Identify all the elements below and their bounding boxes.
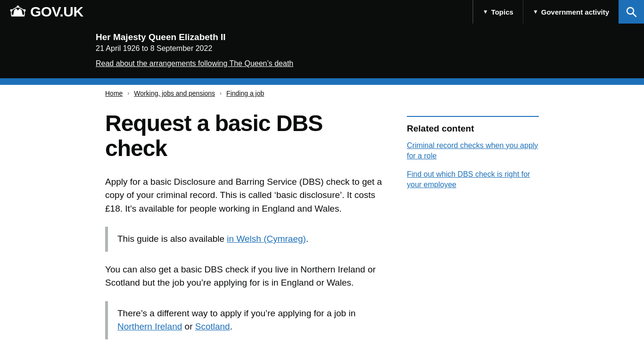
scotland-link[interactable]: Scotland — [195, 321, 230, 331]
government-activity-label: Government activity — [541, 8, 609, 16]
queen-banner-dates: 21 April 1926 to 8 September 2022 — [96, 44, 548, 53]
welsh-callout-text: This guide is also available in Welsh (C… — [117, 232, 388, 246]
breadcrumb-working-jobs: Working, jobs and pensions — [134, 90, 215, 97]
intro-paragraph: Apply for a basic Disclosure and Barring… — [105, 175, 388, 216]
search-icon — [626, 7, 636, 17]
breadcrumb-sep-2: › — [218, 90, 223, 97]
northern-ireland-scotland-text: You can also get a basic DBS check if yo… — [105, 263, 388, 290]
svg-line-7 — [633, 13, 636, 16]
related-content-section: Related content Criminal record checks w… — [407, 116, 539, 190]
related-link-2[interactable]: Find out which DBS check is right for yo… — [407, 170, 530, 189]
different-way-callout-text: There’s a different way to apply if you’… — [117, 307, 388, 334]
logo-area: GOV.UK — [0, 0, 472, 24]
welsh-text-after: . — [306, 234, 308, 244]
breadcrumb-home: Home — [105, 90, 123, 97]
page-title: Request a basic DBS check — [105, 111, 388, 161]
svg-point-3 — [24, 9, 26, 12]
topics-label: Topics — [491, 8, 513, 16]
callout2-after: . — [230, 321, 232, 331]
welsh-callout: This guide is also available in Welsh (C… — [105, 227, 388, 252]
main-body: Request a basic DBS check Apply for a ba… — [105, 111, 388, 351]
callout2-mid: or — [182, 321, 195, 331]
breadcrumb-finding-job: Finding a job — [226, 90, 264, 97]
related-link-item-2: Find out which DBS check is right for yo… — [407, 169, 539, 190]
queen-banner-title: Her Majesty Queen Elizabeth II — [96, 32, 548, 42]
breadcrumb-finding-link[interactable]: Finding a job — [226, 90, 264, 97]
related-link-1[interactable]: Criminal record checks when you apply fo… — [407, 141, 538, 160]
topics-nav-button[interactable]: ▼ Topics — [473, 0, 523, 24]
welsh-link[interactable]: in Welsh (Cymraeg) — [227, 234, 306, 244]
breadcrumb-chevron-2: › — [220, 90, 222, 97]
svg-marker-5 — [13, 8, 23, 15]
callout2-before: There’s a different way to apply if you’… — [117, 308, 355, 318]
government-activity-nav-button[interactable]: ▼ Government activity — [523, 0, 619, 24]
search-button[interactable] — [619, 0, 644, 24]
header-nav: ▼ Topics ▼ Government activity — [472, 0, 644, 24]
breadcrumb-sep-1: › — [125, 90, 131, 97]
main-content: Request a basic DBS check Apply for a ba… — [96, 102, 548, 362]
breadcrumb-chevron-1: › — [127, 90, 129, 97]
crown-icon — [9, 6, 26, 18]
svg-point-1 — [10, 9, 13, 12]
queen-banner: Her Majesty Queen Elizabeth II 21 April … — [0, 24, 644, 80]
gov-activity-chevron-icon: ▼ — [533, 8, 538, 15]
site-header: GOV.UK ▼ Topics ▼ Government activity — [0, 0, 644, 24]
topics-chevron-icon: ▼ — [483, 8, 488, 15]
gov-uk-logo[interactable]: GOV.UK — [30, 4, 83, 20]
breadcrumb-working-link[interactable]: Working, jobs and pensions — [134, 90, 215, 97]
related-links-list: Criminal record checks when you apply fo… — [407, 140, 539, 190]
northern-ireland-link[interactable]: Northern Ireland — [117, 321, 182, 331]
different-way-callout: There’s a different way to apply if you’… — [105, 301, 388, 339]
welsh-text-before: This guide is also available — [117, 234, 227, 244]
breadcrumb: Home › Working, jobs and pensions › Find… — [96, 85, 548, 102]
queen-arrangements-link[interactable]: Read about the arrangements following Th… — [96, 59, 293, 67]
svg-rect-4 — [11, 15, 25, 16]
blue-separator-bar — [0, 80, 644, 85]
related-content-title: Related content — [407, 123, 539, 134]
sidebar: Related content Criminal record checks w… — [407, 111, 539, 351]
related-link-item-1: Criminal record checks when you apply fo… — [407, 140, 539, 162]
breadcrumb-home-link[interactable]: Home — [105, 90, 123, 97]
